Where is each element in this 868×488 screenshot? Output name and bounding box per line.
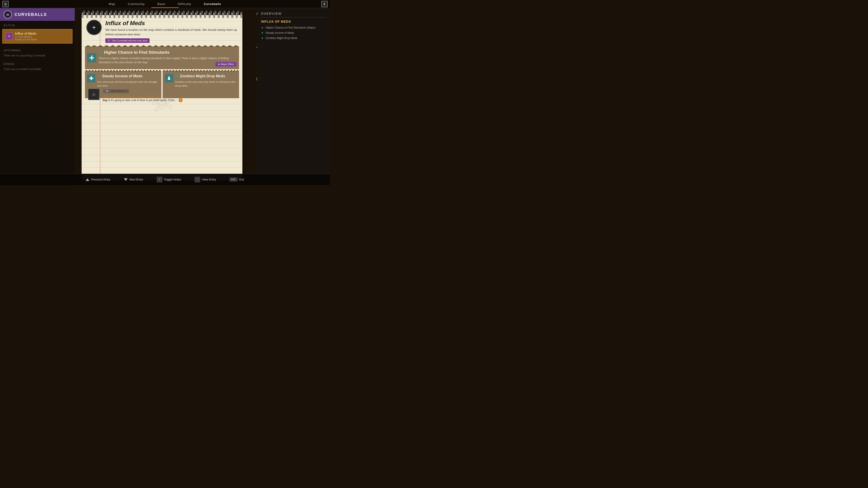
sidebar-header: ☠ CURVEBALLS <box>0 8 75 21</box>
toggle-notes-action[interactable]: Y Toggle Notes <box>157 177 181 182</box>
notes-key: Y <box>105 90 109 93</box>
nav-difficulty[interactable]: Difficulty <box>176 1 193 6</box>
esc-key: ESC <box>229 177 238 181</box>
curveballs-icon: ☠ <box>4 10 12 19</box>
bottom-bar: Previous Entry Next Entry Y Toggle Notes… <box>0 174 330 185</box>
e-key-label: E <box>323 2 326 6</box>
curveball-main-title: Influx of Meds <box>105 20 238 27</box>
overview-item-1-text: Steady Income of Meds <box>266 31 294 34</box>
log-broadcaster: Unknown Broadcaster (Curveball Broadcast… <box>103 94 242 98</box>
active-curveball-icon: + <box>5 33 13 40</box>
active-curveball-effect: Easier to Find Meds <box>15 38 69 41</box>
major-effect-badge: ★ Major Effect <box>215 62 236 66</box>
exit-label: Exit <box>239 178 244 181</box>
overview-item-0: ▼ Higher Chance to Find Stimulants (Majo… <box>261 26 326 29</box>
log-content: Y View Notes: 3 Unknown Broadcaster (Cur… <box>103 89 242 102</box>
curveball-header-text: Influx of Meds We have found a location … <box>105 20 238 43</box>
curveball-main-icon: + <box>86 20 102 35</box>
sidebar: ☠ CURVEBALLS ACTIVE + Influx of Meds ⏱ J… <box>0 8 75 185</box>
log-day-value: Day 1 <box>103 98 110 102</box>
view-entry-key: ⬡ <box>195 177 200 182</box>
view-entry-label: View Entry <box>202 178 216 181</box>
view-notes-button[interactable]: Y View Notes: 3 <box>103 89 130 94</box>
overview-arrow-1: ▼ <box>261 31 264 35</box>
top-navigation: Q Map Community Base Difficulty Curvebal… <box>0 0 330 8</box>
steady-arrow-icon: ▼ <box>97 74 101 78</box>
effect-stimulants-desc: There is a higher chance of traders havi… <box>98 56 236 64</box>
prev-entry-label: Previous Entry <box>91 178 110 181</box>
effect-stimulants-title-text: Higher Chance to Find Stimulants <box>104 50 169 55</box>
curveball-timer: ⏱ This Curveball will end over time <box>105 38 150 43</box>
log-section: ☠ Y View Notes: 3 Unknown Broadcaster (C… <box>85 86 245 105</box>
prev-entry-key <box>86 178 89 181</box>
svg-point-4 <box>168 77 170 78</box>
effect-steady-title: ▼ Steady Income of Meds <box>97 74 158 78</box>
sidebar-title-text: CURVEBALLS <box>14 12 47 17</box>
overview-item-0-text: Higher Chance to Find Stimulants (Major) <box>266 26 316 29</box>
effect-steady-title-text: Steady Income of Meds <box>102 74 143 78</box>
notebook-spiral <box>82 12 242 18</box>
exit-action[interactable]: ESC Exit <box>229 177 244 181</box>
overview-arrow-0: ▼ <box>261 26 264 29</box>
notebook: ☠ + Influx of Meds We have found a locat… <box>82 15 242 180</box>
toggle-notes-label: Toggle Notes <box>164 178 181 181</box>
prev-entry-action[interactable]: Previous Entry <box>86 178 110 181</box>
active-curveball-name: Influx of Meds <box>15 32 69 35</box>
active-curveball-text: Influx of Meds ⏱ Just Started Easier to … <box>15 32 69 41</box>
effect-zombie-title-text: Zombies Might Drop Meds <box>180 74 225 78</box>
overview-arrow-2: ▼ <box>261 37 264 40</box>
zombie-arrow-icon: ▼ <box>175 74 179 78</box>
log-day: Day 1 <box>103 98 111 102</box>
curveball-header: + Influx of Meds We have found a locatio… <box>82 15 242 47</box>
overview-title: OVERVIEW <box>261 12 326 18</box>
effect-arrow-icon: ▼ <box>98 51 102 55</box>
effect-steady-icon <box>87 74 95 82</box>
active-nav-underline <box>151 7 179 8</box>
toggle-notes-key: Y <box>157 177 162 182</box>
effect-stimulants-icon <box>87 53 96 62</box>
effect-zombie-icon <box>165 74 173 82</box>
notebook-spiral-inner <box>82 11 242 14</box>
effect-zombie-title: ▼ Zombies Might Drop Meds <box>175 74 236 78</box>
upcoming-empty-text: There are no upcoming Curveballs <box>0 53 75 58</box>
overview-panel: OVERVIEW INFLUX OF MEDS ▼ Higher Chance … <box>257 8 330 185</box>
log-warning-icon: ! <box>179 98 183 102</box>
main-content: ☠ + Influx of Meds We have found a locat… <box>75 8 247 185</box>
timer-text: This Curveball will end over time <box>112 39 147 42</box>
log-text: It's going to take a bit of time to pin … <box>111 98 177 102</box>
notes-btn-label: View Notes: 3 <box>110 90 127 93</box>
next-entry-label: Next Entry <box>129 178 143 181</box>
overview-item-2-text: Zombies Might Drop Meds <box>266 36 298 40</box>
nav-items: Map Community Base Difficulty Curveballs <box>107 1 223 6</box>
overview-curveball-name: INFLUX OF MEDS <box>261 20 326 23</box>
view-entry-action[interactable]: ⬡ View Entry <box>195 177 216 182</box>
active-curveball-status: ⏱ Just Started <box>15 35 69 38</box>
log-avatar: ☠ <box>88 89 99 100</box>
nav-curveballs[interactable]: Curveballs <box>202 1 223 6</box>
q-key-label: Q <box>4 2 6 6</box>
ended-empty-text: There are no ended Curveballs <box>0 67 75 71</box>
timer-icon: ⏱ <box>107 39 110 42</box>
overview-item-1: ▼ Steady Income of Meds <box>261 31 326 35</box>
effect-card-stimulants: ▼ Higher Chance to Find Stimulants There… <box>85 47 239 69</box>
log-day-row: Day 1 It's going to take a bit of time t… <box>103 98 242 102</box>
curveball-desc: We have found a location on the map whic… <box>105 28 238 36</box>
nav-map[interactable]: Map <box>107 1 117 6</box>
e-key[interactable]: E <box>321 1 328 7</box>
nav-base[interactable]: Base <box>156 1 167 6</box>
svg-rect-1 <box>90 57 94 58</box>
q-key[interactable]: Q <box>2 1 9 7</box>
effect-stimulants-title: ▼ Higher Chance to Find Stimulants <box>98 50 236 55</box>
nav-community[interactable]: Community <box>126 1 147 6</box>
active-section-label: ACTIVE <box>0 21 75 28</box>
ended-section-label: ENDED <box>0 58 75 67</box>
svg-rect-3 <box>90 78 93 79</box>
upcoming-section-label: UPCOMING <box>0 45 75 53</box>
status-icon: ⏱ <box>15 35 18 38</box>
overview-item-2: ▼ Zombies Might Drop Meds <box>261 36 326 40</box>
next-entry-action[interactable]: Next Entry <box>124 178 143 181</box>
active-curveball-item[interactable]: + Influx of Meds ⏱ Just Started Easier t… <box>2 29 72 44</box>
next-entry-key <box>124 178 128 181</box>
